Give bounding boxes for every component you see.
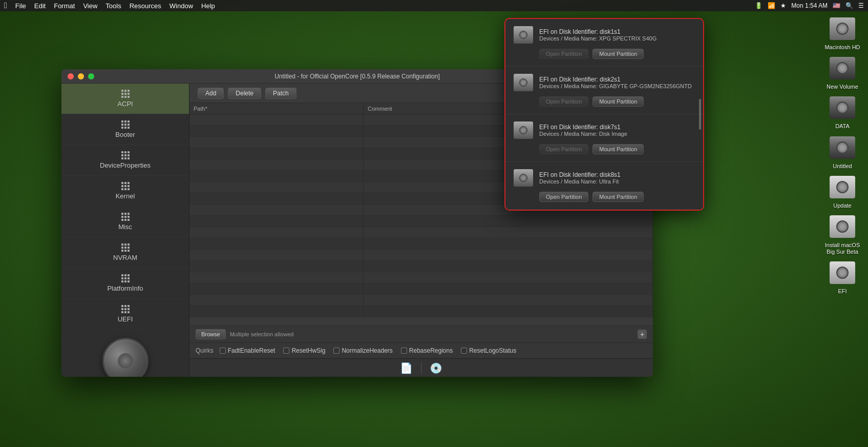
menu-format[interactable]: Format xyxy=(54,2,75,10)
sidebar-label-platforminfo: PlatformInfo xyxy=(107,285,143,292)
resetlogostatus-checkbox[interactable] xyxy=(461,348,467,354)
untitled-label: Untitled xyxy=(833,163,852,170)
menu-file[interactable]: File xyxy=(15,2,26,10)
fadt-checkbox[interactable] xyxy=(220,348,226,354)
resetlogostatus-label: ResetLogoStatus xyxy=(469,347,516,354)
notification-icon[interactable]: ☰ xyxy=(858,2,864,9)
platforminfo-icon xyxy=(121,274,130,282)
table-row xyxy=(189,306,653,317)
rebaseregions-label: RebaseRegions xyxy=(409,347,453,354)
sidebar-item-kernel[interactable]: Kernel xyxy=(61,176,189,207)
acpi-icon xyxy=(121,90,130,98)
disk-item-0: EFI on Disk Identifier: disk1s1 Devices … xyxy=(505,19,703,67)
open-partition-button-2[interactable]: Open Partition xyxy=(539,144,588,154)
data-label: DATA xyxy=(835,123,850,130)
disk-identifier-0: EFI on Disk Identifier: disk1s1 xyxy=(539,28,696,35)
resethwsig-checkbox[interactable] xyxy=(283,348,289,354)
menu-resources[interactable]: Resources xyxy=(130,2,161,10)
add-row-button[interactable]: + xyxy=(638,330,647,339)
close-button[interactable] xyxy=(68,73,74,79)
data-icon xyxy=(829,94,856,121)
sidebar-label-misc: Misc xyxy=(118,223,132,231)
disk-item-3: EFI on Disk Identifier: disk8s1 Devices … xyxy=(505,162,703,210)
sidebar-item-deviceproperties[interactable]: DeviceProperties xyxy=(61,145,189,176)
desktop-icon-data[interactable]: DATA xyxy=(822,94,863,130)
open-partition-button-0[interactable]: Open Partition xyxy=(539,49,588,59)
dial xyxy=(102,338,149,377)
desktop-icon-efi[interactable]: EFI xyxy=(822,259,863,295)
maximize-button[interactable] xyxy=(88,73,94,79)
disk-picker-scrollbar[interactable] xyxy=(699,99,701,130)
wifi-icon: 📶 xyxy=(768,2,775,9)
mount-partition-button-3[interactable]: Mount Partition xyxy=(592,192,644,202)
disk-identifier-2: EFI on Disk Identifier: disk7s1 xyxy=(539,124,696,131)
disk-buttons-3: Open Partition Mount Partition xyxy=(513,192,696,204)
disk-item-2: EFI on Disk Identifier: disk7s1 Devices … xyxy=(505,114,703,162)
desktop-icon-untitled[interactable]: Untitled xyxy=(822,134,863,170)
open-partition-button-1[interactable]: Open Partition xyxy=(539,96,588,107)
mount-partition-button-0[interactable]: Mount Partition xyxy=(592,49,644,59)
deviceproperties-icon xyxy=(121,151,130,159)
menu-window[interactable]: Window xyxy=(170,2,193,10)
booter-icon xyxy=(121,120,130,129)
menubar:  File Edit Format View Tools Resources … xyxy=(0,0,868,11)
menubar-left:  File Edit Format View Tools Resources … xyxy=(4,1,215,10)
open-partition-button-3[interactable]: Open Partition xyxy=(539,192,588,202)
document-icon[interactable]: 📄 xyxy=(400,362,413,374)
disk-thumb-0 xyxy=(513,24,534,46)
update-icon xyxy=(829,174,856,200)
disk-tool-icon[interactable]: 💿 xyxy=(430,362,442,374)
sidebar-item-acpi[interactable]: ACPI xyxy=(61,84,189,114)
sidebar-item-platforminfo[interactable]: PlatformInfo xyxy=(61,268,189,299)
window-title: Untitled - for Official OpenCore [0.5.9 … xyxy=(274,73,440,80)
disk-device-3: Devices / Media Name: Ultra Fit xyxy=(539,178,696,185)
add-button[interactable]: Add xyxy=(198,88,224,99)
disk-item-0-header: EFI on Disk Identifier: disk1s1 Devices … xyxy=(513,24,696,46)
disk-item-1-header: EFI on Disk Identifier: disk2s1 Devices … xyxy=(513,72,696,93)
table-row xyxy=(189,295,653,306)
menu-help[interactable]: Help xyxy=(201,2,215,10)
install-macos-label: Install macOS Big Sur Beta xyxy=(822,242,863,255)
quirk-fadt: FadtEnableReset xyxy=(220,347,276,354)
sidebar-item-booter[interactable]: Booter xyxy=(61,114,189,145)
normalizeheaders-checkbox[interactable] xyxy=(333,348,340,354)
delete-button[interactable]: Delete xyxy=(228,88,261,99)
sidebar-item-misc[interactable]: Misc xyxy=(61,207,189,237)
desktop-icon-update[interactable]: Update xyxy=(822,174,863,209)
sidebar-item-nvram[interactable]: NVRAM xyxy=(61,237,189,268)
resethwsig-label: ResetHwSig xyxy=(291,347,325,354)
search-icon[interactable]: 🔍 xyxy=(845,2,853,9)
table-row xyxy=(189,250,653,261)
patch-button[interactable]: Patch xyxy=(265,88,297,99)
dial-inner xyxy=(118,353,133,369)
disk-thumb-2 xyxy=(513,119,534,141)
disk-identifier-1: EFI on Disk Identifier: disk2s1 xyxy=(539,76,696,83)
disk-device-1: Devices / Media Name: GIGABYTE GP-GSM2NE… xyxy=(539,83,696,89)
rebaseregions-checkbox[interactable] xyxy=(401,348,407,354)
menu-view[interactable]: View xyxy=(83,2,97,10)
quirk-resethwsig: ResetHwSig xyxy=(283,347,325,354)
disk-info-2: EFI on Disk Identifier: disk7s1 Devices … xyxy=(539,124,696,137)
minimize-button[interactable] xyxy=(78,73,84,79)
mount-partition-button-1[interactable]: Mount Partition xyxy=(592,96,644,107)
desktop-icon-macintosh-hd[interactable]: Macintosh HD xyxy=(822,15,863,51)
disk-info-1: EFI on Disk Identifier: disk2s1 Devices … xyxy=(539,76,696,89)
nvram-icon xyxy=(121,243,130,252)
mount-partition-button-2[interactable]: Mount Partition xyxy=(592,144,644,154)
menu-tools[interactable]: Tools xyxy=(105,2,121,10)
sidebar-label-uefi: UEFI xyxy=(118,315,133,323)
apple-menu[interactable]:  xyxy=(4,1,7,10)
desktop:  File Edit Format View Tools Resources … xyxy=(0,0,868,447)
table-row xyxy=(189,283,653,295)
desktop-icon-install-macos[interactable]: Install macOS Big Sur Beta xyxy=(822,213,863,255)
table-header-path: Path* xyxy=(189,103,364,114)
menu-edit[interactable]: Edit xyxy=(34,2,46,10)
clock: Mon 1:54 AM xyxy=(791,2,828,9)
efi-icon xyxy=(829,259,856,286)
quirks-label: Quirks xyxy=(196,347,214,354)
new-volume-label: New Volume xyxy=(827,84,858,90)
uefi-icon xyxy=(121,305,130,313)
sidebar-item-uefi[interactable]: UEFI xyxy=(61,299,189,330)
desktop-icon-new-volume[interactable]: New Volume xyxy=(822,55,863,90)
browse-button[interactable]: Browse xyxy=(196,329,226,339)
